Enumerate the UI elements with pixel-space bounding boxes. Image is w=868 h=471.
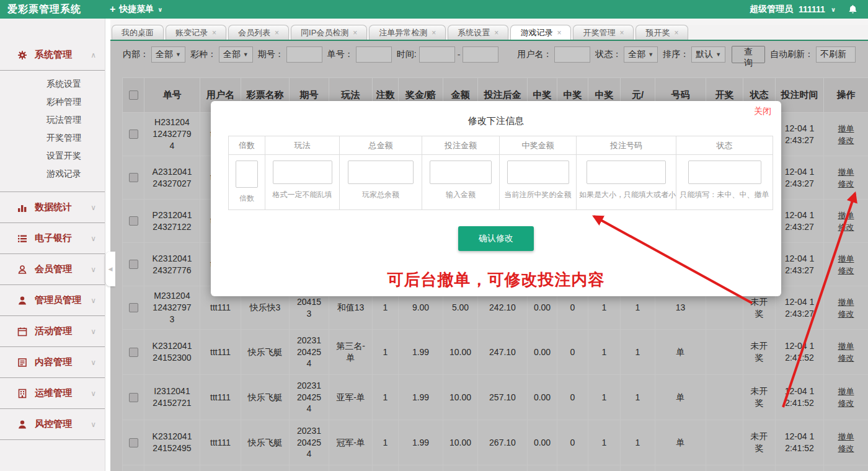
tab-close-icon[interactable]: × [494, 26, 498, 40]
chevron-down-icon: ∨ [91, 389, 96, 398]
sidebar: 系统管理∧系统设置彩种管理玩法管理开奖管理设置开奖游戏记录数据统计∨电子银行∨会… [0, 19, 105, 471]
modal-column-header: 中奖金额 [500, 136, 577, 155]
sidebar-item-label: 系统管理 [35, 49, 72, 61]
sidebar-group-风控管理: 风控管理∨ [0, 409, 105, 440]
tab-close-icon[interactable]: × [619, 26, 624, 40]
tab-close-icon[interactable]: × [557, 26, 561, 40]
confirm-modify-button[interactable]: 确认修改 [458, 226, 534, 251]
edit-bet-modal: 关闭 修改下注信息 倍数玩法总金额投注金额中奖金额投注号码状态倍数格式一定不能乱… [211, 101, 781, 296]
tab-我的桌面[interactable]: 我的桌面 [112, 25, 164, 40]
sidebar-item-label: 会员管理 [35, 263, 72, 275]
chevron-down-icon: ∨ [91, 420, 96, 429]
modal-field-hint: 输入金额 [425, 190, 497, 200]
chart-icon [17, 203, 27, 213]
risk-icon [17, 420, 27, 429]
account-menu[interactable]: 超级管理员 111111 ∨ [750, 4, 858, 15]
modal-field-hint: 格式一定不能乱填 [268, 190, 337, 200]
modal-column-header: 倍数 [229, 136, 265, 155]
sidebar-subitem-游戏记录[interactable]: 游戏记录 [0, 165, 105, 183]
tab-账变记录[interactable]: 账变记录× [166, 25, 226, 40]
tab-label: 同IP会员检测 [301, 26, 348, 40]
gear-icon [17, 50, 27, 60]
sidebar-item-label: 运维管理 [35, 387, 72, 399]
modal-input-投注号码[interactable] [587, 161, 666, 184]
calendar-icon [17, 327, 27, 337]
sidebar-group-数据统计: 数据统计∨ [0, 192, 105, 223]
modal-field-hint: 只能填写：未中、中、撤单 [679, 190, 770, 200]
sidebar-subitem-开奖管理[interactable]: 开奖管理 [0, 129, 105, 147]
topbar: 爱彩票管理系统 + 快捷菜单 ∨ 超级管理员 111111 ∨ [0, 0, 868, 19]
sidebar-item-label: 电子银行 [35, 232, 72, 244]
modal-input-中奖金额[interactable] [507, 161, 569, 184]
tab-系统设置[interactable]: 系统设置× [448, 25, 508, 40]
sidebar-item-电子银行[interactable]: 电子银行∨ [0, 223, 105, 253]
modal-column-header: 状态 [676, 136, 773, 155]
admin-role: 超级管理员 [750, 4, 793, 15]
tab-同IP会员检测[interactable]: 同IP会员检测× [291, 25, 367, 40]
sidebar-item-风控管理[interactable]: 风控管理∨ [0, 409, 105, 439]
modal-input-投注金额[interactable] [430, 161, 492, 184]
chevron-down-icon: ∨ [91, 234, 96, 243]
app-title: 爱彩票管理系统 [7, 3, 81, 16]
tab-注单异常检测[interactable]: 注单异常检测× [369, 25, 446, 40]
modal-input-玩法[interactable] [273, 161, 332, 184]
tab-label: 注单异常检测 [379, 26, 427, 40]
content-icon [17, 358, 27, 368]
sidebar-group-会员管理: 会员管理∨ [0, 254, 105, 285]
modal-field-cell: 当前注所中奖的金额 [500, 155, 577, 210]
tab-close-icon[interactable]: × [275, 26, 279, 40]
modal-field-cell: 只能填写：未中、中、撤单 [676, 155, 773, 210]
sidebar-item-数据统计[interactable]: 数据统计∨ [0, 192, 105, 222]
sidebar-subitem-系统设置[interactable]: 系统设置 [0, 75, 105, 93]
sidebar-group-管理员管理: 管理员管理∨ [0, 285, 105, 316]
tab-label: 账变记录 [175, 26, 208, 40]
sidebar-collapse-handle[interactable]: ◀ [105, 252, 115, 286]
modal-input-总金额[interactable] [348, 161, 414, 184]
sidebar-item-label: 管理员管理 [35, 294, 81, 306]
sidebar-item-活动管理[interactable]: 活动管理∨ [0, 316, 105, 346]
sidebar-group-内容管理: 内容管理∨ [0, 347, 105, 378]
admin-icon [17, 296, 27, 306]
tab-close-icon[interactable]: × [353, 26, 357, 40]
page: 爱彩票管理系统 + 快捷菜单 ∨ 超级管理员 111111 ∨ 系统管理∧系统设… [0, 0, 868, 471]
modal-input-倍数[interactable] [236, 161, 258, 188]
tab-开奖管理[interactable]: 开奖管理× [573, 25, 634, 40]
tab-close-icon[interactable]: × [212, 26, 216, 40]
sidebar-item-系统管理[interactable]: 系统管理∧ [0, 40, 105, 71]
modal-field-hint: 玩家总余额 [342, 190, 419, 200]
modal-column-header: 投注金额 [422, 136, 500, 155]
sidebar-item-会员管理[interactable]: 会员管理∨ [0, 254, 105, 284]
quick-menu[interactable]: + 快捷菜单 ∨ [110, 4, 162, 15]
sidebar-item-内容管理[interactable]: 内容管理∨ [0, 347, 105, 377]
tab-预开奖[interactable]: 预开奖× [636, 25, 688, 40]
chevron-down-icon: ∨ [91, 203, 96, 212]
modal-title: 修改下注信息 [211, 101, 781, 127]
sidebar-submenu: 系统设置彩种管理玩法管理开奖管理设置开奖游戏记录 [0, 71, 105, 191]
tab-close-icon[interactable]: × [432, 26, 436, 40]
modal-field-hint: 当前注所中奖的金额 [502, 190, 574, 200]
sidebar-item-label: 活动管理 [35, 325, 72, 337]
list-icon [17, 234, 27, 244]
tab-label: 预开奖 [645, 26, 670, 40]
chevron-down-icon: ∨ [157, 6, 162, 13]
tab-label: 系统设置 [458, 26, 490, 40]
sidebar-subitem-彩种管理[interactable]: 彩种管理 [0, 93, 105, 111]
sidebar-item-管理员管理[interactable]: 管理员管理∨ [0, 285, 105, 315]
bell-icon[interactable] [848, 4, 858, 15]
modal-close-link[interactable]: 关闭 [754, 106, 771, 117]
chevron-down-icon: ∨ [91, 327, 96, 336]
modal-field-hint: 倍数 [231, 193, 262, 204]
modal-field-cell: 格式一定不能乱填 [265, 155, 340, 210]
tab-会员列表[interactable]: 会员列表× [228, 25, 289, 40]
sidebar-subitem-玩法管理[interactable]: 玩法管理 [0, 111, 105, 129]
sidebar-group-系统管理: 系统管理∧系统设置彩种管理玩法管理开奖管理设置开奖游戏记录 [0, 40, 105, 192]
tab-label: 开奖管理 [583, 26, 615, 40]
modal-input-状态[interactable] [688, 161, 761, 184]
sidebar-subitem-设置开奖[interactable]: 设置开奖 [0, 147, 105, 165]
sidebar-item-运维管理[interactable]: 运维管理∨ [0, 378, 105, 408]
sidebar-item-label: 风控管理 [35, 418, 72, 430]
tab-游戏记录[interactable]: 游戏记录× [510, 25, 571, 40]
tab-close-icon[interactable]: × [674, 26, 678, 40]
tab-label: 游戏记录 [520, 26, 552, 40]
quick-menu-label: 快捷菜单 [119, 4, 154, 15]
